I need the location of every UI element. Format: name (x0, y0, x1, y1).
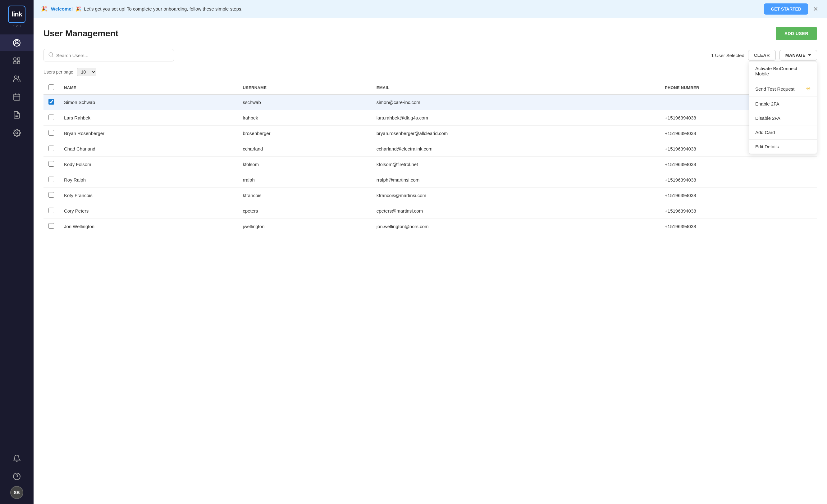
menu-item-activate-bioconnect[interactable]: Activate BioConnect Mobile (749, 61, 817, 81)
menu-item-label: Edit Details (755, 144, 779, 149)
banner-emoji-right: 🎉 (76, 6, 82, 11)
row-checkbox[interactable] (48, 146, 54, 151)
manage-label: MANAGE (785, 53, 806, 58)
app-logo[interactable]: link (8, 6, 26, 23)
table-row: Roy Ralphrralphrralph@martinsi.com+15196… (44, 172, 817, 188)
cell-name: Cory Peters (59, 203, 238, 219)
cell-name: Lars Rahbek (59, 110, 238, 126)
settings-icon (13, 129, 21, 137)
clear-button[interactable]: CLEAR (748, 50, 776, 60)
search-input[interactable] (56, 53, 169, 58)
row-checkbox[interactable] (48, 161, 54, 167)
menu-item-label: Enable 2FA (755, 101, 779, 106)
cell-email: ccharland@electralink.com (372, 141, 660, 157)
sidebar-item-settings[interactable] (0, 124, 34, 141)
sidebar-item-dashboard[interactable] (0, 52, 34, 69)
cell-username: cpeters (238, 203, 371, 219)
user-avatar[interactable]: SB (10, 486, 23, 499)
cell-name: Kody Folsom (59, 157, 238, 172)
cell-phone: +15196394038 (660, 157, 817, 172)
banner-text: Welcome! 🎉 Let's get you set up! To comp… (51, 6, 760, 12)
add-user-button[interactable]: ADD USER (776, 27, 817, 40)
onboarding-banner: 🎉 Welcome! 🎉 Let's get you set up! To co… (34, 0, 827, 18)
get-started-button[interactable]: GET STARTED (764, 3, 808, 14)
banner-emoji-left: 🎉 (41, 6, 47, 12)
cell-name: Jon Wellington (59, 219, 238, 234)
table-body: Simon Schwabsschwabsimon@care-inc.comLar… (44, 94, 817, 234)
cell-username: kfolsom (238, 157, 371, 172)
page-title: User Management (44, 29, 118, 39)
sidebar-nav (0, 31, 34, 450)
main-content: 🎉 Welcome! 🎉 Let's get you set up! To co… (34, 0, 827, 504)
sidebar-item-document[interactable] (0, 106, 34, 123)
svg-point-6 (14, 76, 17, 78)
svg-point-13 (16, 132, 18, 134)
table-row: Cory Peterscpeterscpeters@martinsi.com+1… (44, 203, 817, 219)
per-page-select[interactable]: 5 10 20 50 100 (77, 68, 96, 76)
table-row: Jon Wellingtonjwellingtonjon.wellington@… (44, 219, 817, 234)
sidebar-logo: link 1.2.0 (0, 0, 34, 31)
help-circle-icon (13, 472, 21, 481)
cell-phone: +15196394038 (660, 203, 817, 219)
page-header: User Management ADD USER (44, 27, 817, 40)
menu-item-send-test-request[interactable]: Send Test Request ✳ (749, 81, 817, 97)
row-checkbox[interactable] (48, 130, 54, 135)
cell-name: Roy Ralph (59, 172, 238, 188)
sidebar-item-notifications[interactable] (0, 450, 34, 467)
row-checkbox[interactable] (48, 177, 54, 182)
search-box (44, 49, 174, 61)
sidebar-item-user-management[interactable] (0, 35, 34, 51)
cell-email: kfrancois@martinsi.com (372, 188, 660, 203)
cell-email: rralph@martinsi.com (372, 172, 660, 188)
menu-item-add-card[interactable]: Add Card (749, 125, 817, 139)
row-checkbox[interactable] (48, 208, 54, 213)
svg-rect-5 (17, 61, 20, 64)
svg-rect-7 (14, 94, 20, 100)
table-row: Chad Charlandccharlandccharland@electral… (44, 141, 817, 157)
row-checkbox[interactable] (48, 99, 54, 105)
sidebar-item-people[interactable] (0, 70, 34, 87)
loading-spinner-icon: ✳ (806, 86, 811, 92)
user-circle-icon (13, 39, 21, 47)
table-row: Lars Rahbeklrahbeklars.rahbek@dk.g4s.com… (44, 110, 817, 126)
cell-username: kfrancois (238, 188, 371, 203)
menu-item-disable-2fa[interactable]: Disable 2FA (749, 111, 817, 125)
sidebar-item-calendar[interactable] (0, 89, 34, 105)
menu-item-edit-details[interactable]: Edit Details (749, 139, 817, 154)
search-icon (48, 52, 54, 59)
toolbar: 1 User Selected CLEAR MANAGE Activate Bi… (44, 49, 817, 61)
cell-email: lars.rahbek@dk.g4s.com (372, 110, 660, 126)
cell-phone: +15196394038 (660, 219, 817, 234)
col-email: EMAIL (372, 81, 660, 94)
avatar-initials: SB (14, 490, 19, 495)
per-page-row: Users per page 5 10 20 50 100 (44, 68, 817, 76)
svg-rect-4 (14, 61, 16, 64)
cell-name: Bryan Rosenberger (59, 126, 238, 141)
select-all-checkbox[interactable] (48, 85, 54, 90)
row-checkbox[interactable] (48, 192, 54, 198)
table-row: Bryan Rosenbergerbrosenbergerbryan.rosen… (44, 126, 817, 141)
cell-email: bryan.rosenberger@allclearid.com (372, 126, 660, 141)
svg-point-0 (15, 40, 18, 43)
page-content: User Management ADD USER 1 User Selected… (34, 18, 827, 504)
menu-item-enable-2fa[interactable]: Enable 2FA (749, 97, 817, 111)
banner-close-button[interactable]: ✕ (812, 5, 820, 13)
row-checkbox[interactable] (48, 223, 54, 229)
row-checkbox[interactable] (48, 115, 54, 120)
menu-item-label: Activate BioConnect Mobile (755, 66, 811, 76)
menu-item-label: Disable 2FA (755, 115, 780, 121)
toolbar-right: 1 User Selected CLEAR MANAGE Activate Bi… (711, 50, 817, 60)
svg-point-16 (49, 52, 52, 56)
cell-username: rralph (238, 172, 371, 188)
sidebar: link 1.2.0 (0, 0, 34, 504)
cell-email: kfolsom@firetrol.net (372, 157, 660, 172)
col-username: USERNAME (238, 81, 371, 94)
document-icon (13, 111, 21, 119)
manage-button[interactable]: MANAGE (779, 50, 817, 60)
cell-email: jon.wellington@nors.com (372, 219, 660, 234)
menu-item-label: Add Card (755, 130, 775, 135)
select-all-column (44, 81, 59, 94)
user-table: NAME USERNAME EMAIL PHONE NUMBER Simon S… (44, 81, 817, 234)
cell-email: simon@care-inc.com (372, 94, 660, 110)
sidebar-item-help[interactable] (0, 468, 34, 485)
